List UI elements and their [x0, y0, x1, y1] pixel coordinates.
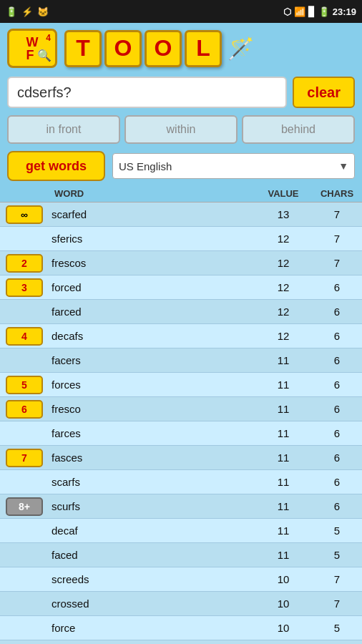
- table-row[interactable]: 8+ scurfs 11 6: [0, 494, 362, 519]
- word-value: 12: [255, 281, 312, 293]
- table-row[interactable]: scarfs 11 6: [0, 470, 362, 494]
- word-text: faced: [52, 549, 255, 561]
- language-selector[interactable]: US English ▼: [112, 153, 355, 179]
- search-bar: clear: [0, 72, 362, 112]
- word-text: screeds: [52, 573, 255, 585]
- word-chars: 6: [312, 330, 362, 342]
- table-row[interactable]: crossed 10 7: [0, 592, 362, 616]
- table-row[interactable]: farces 11 6: [0, 421, 362, 446]
- filter-tabs: in front within behind: [0, 112, 362, 147]
- table-row[interactable]: faced 11 5: [0, 543, 362, 567]
- length-badge: 3: [6, 278, 43, 297]
- word-chars: 5: [312, 549, 362, 561]
- table-row[interactable]: farced 12 6: [0, 300, 362, 324]
- tab-within[interactable]: within: [124, 115, 238, 144]
- table-row[interactable]: ∞ scarfed 13 7: [0, 203, 362, 227]
- table-row[interactable]: force 10 5: [0, 616, 362, 640]
- status-left-icons: 🔋 ⚡ 🐱: [6, 6, 49, 17]
- logo-box: WF 4 🔍: [7, 29, 57, 68]
- word-value: 11: [255, 476, 312, 488]
- table-row[interactable]: 7 fasces 11 6: [0, 446, 362, 470]
- table-row[interactable]: 3 forced 12 6: [0, 275, 362, 300]
- word-text: forced: [52, 281, 255, 293]
- length-badge: 4: [6, 327, 43, 346]
- word-text: facers: [52, 354, 255, 366]
- table-row[interactable]: sferics 12 7: [0, 227, 362, 251]
- table-row[interactable]: 4 decafs 12 6: [0, 324, 362, 348]
- title-letter-T: T: [64, 30, 102, 67]
- table-header: WORD VALUE CHARS: [0, 185, 362, 203]
- search-input[interactable]: [7, 77, 287, 108]
- word-value: 11: [255, 500, 312, 512]
- length-badge: [6, 595, 43, 613]
- length-badge: 7: [6, 449, 43, 467]
- word-chars: 7: [312, 257, 362, 269]
- tab-within-label: within: [167, 123, 196, 136]
- word-value: 10: [255, 622, 312, 634]
- battery-status-icon: 🔋: [318, 6, 330, 17]
- word-chars: 6: [312, 500, 362, 512]
- word-value: 11: [255, 452, 312, 464]
- clock: 23:19: [333, 6, 356, 17]
- tab-in-front[interactable]: in front: [7, 115, 120, 144]
- tab-behind-label: behind: [281, 123, 315, 136]
- word-chars: 5: [312, 525, 362, 537]
- get-words-button[interactable]: get words: [7, 151, 105, 181]
- wand-icon: 🪄: [228, 36, 254, 61]
- table-row[interactable]: 2 frescos 12 7: [0, 251, 362, 275]
- title-letter-L: L: [185, 30, 222, 67]
- word-chars: 6: [312, 476, 362, 488]
- word-text: scarfs: [52, 476, 255, 488]
- logo-wf-text: WF: [26, 36, 39, 62]
- length-badge: [6, 619, 43, 638]
- word-text: farced: [52, 306, 255, 318]
- word-chars: 6: [312, 379, 362, 391]
- word-value: 12: [255, 233, 312, 245]
- logo-title: T O O L 🪄: [64, 30, 355, 67]
- word-text: sferics: [52, 233, 255, 245]
- word-chars: 6: [312, 281, 362, 293]
- header: WF 4 🔍 T O O L 🪄: [0, 23, 362, 72]
- length-badge: [6, 570, 43, 589]
- status-right-icons: ⬡ 📶 ▊ 🔋 23:19: [283, 6, 356, 17]
- length-badge: [6, 473, 43, 492]
- col-header-chars: CHARS: [312, 188, 362, 199]
- length-badge: 8+: [6, 497, 43, 516]
- table-row[interactable]: 6 fresco 11 6: [0, 397, 362, 421]
- table-row[interactable]: fices 10 5: [0, 640, 362, 644]
- chevron-down-icon: ▼: [338, 160, 348, 172]
- word-chars: 5: [312, 622, 362, 634]
- length-badge: 5: [6, 376, 43, 394]
- word-chars: 7: [312, 208, 362, 220]
- word-value: 13: [255, 208, 312, 220]
- length-badge: ∞: [6, 205, 43, 224]
- signal-icon: ▊: [308, 6, 315, 17]
- word-text: fasces: [52, 452, 255, 464]
- word-text: farces: [52, 427, 255, 439]
- table-row[interactable]: facers 11 6: [0, 348, 362, 373]
- length-badge: [6, 303, 43, 321]
- word-value: 11: [255, 379, 312, 391]
- word-chars: 7: [312, 597, 362, 610]
- table-row[interactable]: decaf 11 5: [0, 519, 362, 543]
- word-value: 12: [255, 306, 312, 318]
- clear-button[interactable]: clear: [293, 77, 355, 108]
- length-badge: [6, 546, 43, 565]
- word-text: frescos: [52, 257, 255, 269]
- word-text: fresco: [52, 403, 255, 415]
- word-text: crossed: [52, 597, 255, 610]
- wifi-icon: 📶: [294, 6, 305, 17]
- word-text: decaf: [52, 525, 255, 537]
- status-bar: 🔋 ⚡ 🐱 ⬡ 📶 ▊ 🔋 23:19: [0, 0, 362, 23]
- action-row: get words US English ▼: [0, 147, 362, 185]
- table-row[interactable]: screeds 10 7: [0, 567, 362, 592]
- language-label: US English: [119, 160, 172, 172]
- word-text: scarfed: [52, 208, 255, 220]
- tab-behind[interactable]: behind: [242, 115, 355, 144]
- length-badge: [6, 522, 43, 540]
- word-value: 10: [255, 573, 312, 585]
- col-header-value: VALUE: [255, 188, 312, 199]
- word-value: 11: [255, 354, 312, 366]
- table-row[interactable]: 5 forces 11 6: [0, 373, 362, 397]
- word-text: decafs: [52, 330, 255, 342]
